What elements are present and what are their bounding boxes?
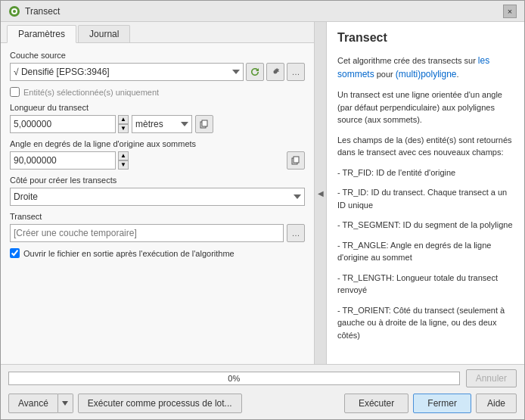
side-group: Côté pour créer les transects Gauche Dro… [10, 176, 305, 206]
dialog-title: Transect [25, 6, 60, 17]
output-more-button[interactable]: … [287, 224, 305, 242]
output-row: … [10, 224, 305, 242]
side-label: Côté pour créer les transects [10, 176, 305, 185]
more-button[interactable]: … [287, 63, 305, 81]
svg-rect-6 [294, 157, 299, 163]
refresh-icon [250, 67, 260, 77]
transect-output-group: Transect … [10, 212, 305, 242]
right-panel: Transect Cet algorithme crée des transec… [327, 22, 524, 364]
angle-copy-button[interactable] [287, 151, 305, 170]
advanced-button[interactable]: Avancé [8, 394, 58, 413]
tabs: Paramètres Journal [1, 22, 314, 43]
copy-icon [200, 120, 209, 129]
title-bar-left: Transect [8, 5, 60, 17]
entity-label: Entité(s) sélectionnée(s) uniquement [23, 88, 159, 97]
svg-point-2 [13, 10, 16, 13]
transect-dialog: Transect × Paramètres Journal Couche sou… [0, 0, 525, 420]
angle-spinner: ▲ ▼ [118, 151, 129, 170]
qgis-icon [8, 5, 20, 17]
button-row: Avancé Exécuter comme processus de lot..… [1, 390, 524, 419]
angle-label: Angle en degrés de la ligne d'origine au… [10, 139, 305, 148]
help-para-0: Cet algorithme crée des transects sur le… [337, 54, 514, 81]
help-para-1: Un transect est une ligne orientée d'un … [337, 89, 514, 126]
angle-row: ▲ ▼ [10, 151, 305, 170]
dialog-body: Paramètres Journal Couche source √ Densi… [1, 22, 524, 364]
left-panel: Paramètres Journal Couche source √ Densi… [1, 22, 315, 364]
svg-rect-4 [202, 120, 207, 126]
help-para-2: Les champs de la (des) entité(s) sont re… [337, 134, 514, 159]
unit-select[interactable]: mètres kilomètres pieds miles [132, 115, 192, 133]
execute-button[interactable]: Exécuter [344, 394, 409, 413]
length-spin-up[interactable]: ▲ [118, 115, 129, 124]
source-group: Couche source √ Densifié [EPSG:3946] [10, 51, 305, 81]
help-para-7: - TR_LENGTH: Longueur totale du transect… [337, 272, 514, 297]
help-para-3: - TR_FID: ID de l'entité d'origine [337, 166, 514, 179]
open-file-checkbox[interactable] [10, 248, 20, 258]
length-group: Longueur du transect ▲ ▼ mètres kilomètr… [10, 103, 305, 133]
chevron-down-icon [62, 401, 68, 406]
tab-journal[interactable]: Journal [78, 25, 130, 42]
angle-spin-up[interactable]: ▲ [118, 151, 129, 160]
transect-output-label: Transect [10, 212, 305, 221]
left-content: Couche source √ Densifié [EPSG:3946] [1, 43, 314, 364]
title-bar: Transect × [1, 1, 524, 22]
help-para-8: - TR_ORIENT: Côté du transect (seulement… [337, 304, 514, 342]
side-select[interactable]: Gauche Droite Les deux [10, 188, 305, 206]
angle-group: Angle en degrés de la ligne d'origine au… [10, 139, 305, 170]
length-label: Longueur du transect [10, 103, 305, 112]
entity-checkbox-row: Entité(s) sélectionnée(s) uniquement [10, 87, 305, 97]
copy-icon-2 [291, 156, 300, 165]
cancel-button[interactable]: Annuler [466, 369, 517, 387]
source-label: Couche source [10, 51, 305, 60]
help-para-6: - TR_ANGLE: Angle en degrés de la ligne … [337, 239, 514, 264]
collapse-arrow[interactable]: ◀ [315, 22, 327, 364]
output-input[interactable] [10, 224, 284, 242]
advanced-dropdown-button[interactable] [58, 394, 73, 413]
length-spinner: ▲ ▼ [118, 115, 129, 133]
progress-label: 0% [228, 374, 240, 383]
batch-button[interactable]: Exécuter comme processus de lot... [78, 394, 242, 413]
open-file-label: Ouvrir le fichier en sortie après l'exéc… [23, 249, 235, 258]
length-input[interactable] [10, 115, 116, 133]
source-select[interactable]: √ Densifié [EPSG:3946] [10, 63, 244, 81]
bottom-panel: 0% Annuler Avancé Exécuter comme process… [1, 364, 524, 419]
progress-row: 0% Annuler [1, 365, 524, 390]
length-copy-button[interactable] [195, 115, 213, 133]
progress-bar-container: 0% [8, 372, 460, 385]
refresh-button[interactable] [246, 63, 264, 81]
help-button[interactable]: Aide [476, 394, 517, 413]
help-title: Transect [337, 31, 514, 45]
settings-button[interactable] [266, 63, 284, 81]
close-window-button[interactable]: × [503, 5, 517, 18]
settings-icon [270, 67, 281, 77]
close-dialog-button[interactable]: Fermer [413, 394, 471, 413]
source-row: √ Densifié [EPSG:3946] … [10, 63, 305, 81]
help-para-5: - TR_SEGMENT: ID du segment de la polyli… [337, 219, 514, 232]
advanced-btn-group: Avancé [8, 394, 73, 413]
angle-input[interactable] [10, 151, 116, 170]
length-row: ▲ ▼ mètres kilomètres pieds miles [10, 115, 305, 133]
length-spin-down[interactable]: ▼ [118, 124, 129, 133]
help-para-4: - TR_ID: ID du transect. Chaque transect… [337, 186, 514, 211]
open-file-checkbox-row: Ouvrir le fichier en sortie après l'exéc… [10, 248, 305, 258]
angle-spin-down[interactable]: ▼ [118, 160, 129, 170]
tab-parametres[interactable]: Paramètres [7, 25, 76, 43]
entity-checkbox[interactable] [10, 87, 20, 97]
